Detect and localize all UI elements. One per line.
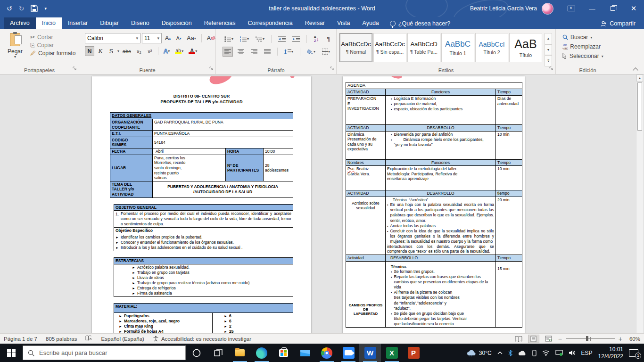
chrome-button[interactable]	[316, 344, 338, 362]
font-family-select[interactable]: Calibri▾	[85, 33, 140, 43]
close-button[interactable]: ✕	[623, 0, 644, 17]
styles-scroll-down-icon[interactable]: ▼	[545, 44, 552, 56]
zoom-in-button[interactable]: +	[619, 335, 622, 343]
agenda-table[interactable]: AGENDA ACTIVIDAD Funciones Tiempo PREPAR…	[346, 82, 522, 328]
vertical-scrollbar[interactable]: ▲	[636, 74, 643, 333]
microsoft-store-button[interactable]	[272, 344, 294, 362]
borders-button[interactable]: ▾	[320, 47, 332, 57]
multilevel-list-button[interactable]: ▾	[254, 34, 266, 44]
clipboard-dialog-launcher-icon[interactable]	[73, 64, 77, 73]
superscript-button[interactable]: x²	[145, 46, 155, 56]
language-indicator[interactable]: Español (España)	[101, 336, 144, 342]
style-table-paragraph[interactable]: AaBbCcD ¶ Table Pa...	[407, 33, 440, 62]
zoom-slider[interactable]	[566, 338, 615, 339]
clock[interactable]: 10:0112/4/2022	[595, 344, 626, 362]
tab-inicio[interactable]: Inicio	[36, 17, 62, 29]
zoom-out-button[interactable]: −	[558, 335, 562, 343]
font-color-button[interactable]: A▾	[187, 46, 199, 56]
change-case-button[interactable]: Aa▾	[185, 33, 198, 43]
cortana-button[interactable]	[186, 344, 207, 362]
font-dialog-launcher-icon[interactable]	[209, 64, 214, 73]
format-painter-button[interactable]: 🖉Copiar formato	[30, 50, 75, 57]
tab-correspondencia[interactable]: Correspondencia	[241, 17, 298, 29]
grow-font-button[interactable]: A▴	[163, 33, 173, 43]
paragraph-dialog-launcher-icon[interactable]	[330, 64, 334, 73]
underline-button[interactable]: S	[107, 46, 116, 56]
style-titulo-2[interactable]: AaBbCcI Título 2	[475, 33, 508, 62]
account-name[interactable]: Beatriz Leticia Garcia Vera	[470, 5, 537, 12]
justify-button[interactable]	[262, 47, 272, 57]
customize-quick-access-icon[interactable]: ▾	[44, 7, 47, 11]
your-phone-icon[interactable]	[529, 344, 539, 362]
zoom-level[interactable]: 60%	[626, 336, 640, 342]
clear-formatting-button[interactable]: A	[205, 33, 217, 43]
zoom-app-button[interactable]	[338, 344, 359, 362]
replace-button[interactable]: ab⤷ac Reemplazar	[562, 43, 603, 50]
powerpoint-button[interactable]: P	[403, 344, 424, 362]
styles-dialog-launcher-icon[interactable]	[549, 64, 553, 73]
minimize-button[interactable]: —	[582, 0, 603, 17]
document-canvas[interactable]: DISTRITO 08- CENTRO SUR PROPUESTA DE TAL…	[0, 74, 644, 333]
bluetooth-icon[interactable]	[505, 344, 515, 362]
material-table[interactable]: MATERIAL: ►Papelógrafos ►Marcadores, roj…	[114, 303, 293, 333]
highlight-button[interactable]: ab▾	[173, 46, 185, 56]
onedrive-icon[interactable]	[515, 344, 529, 362]
tell-me-box[interactable]: ¿Qué desea hacer?	[390, 20, 451, 29]
volume-icon[interactable]	[566, 344, 578, 362]
style-sin-espaciado[interactable]: AaBbCcDc ¶ Sin espa...	[373, 33, 406, 62]
tab-revisar[interactable]: Revisar	[299, 17, 331, 29]
ribbon-display-options-button[interactable]	[561, 0, 582, 17]
notification-center-button[interactable]: 1	[626, 344, 644, 362]
align-left-button[interactable]	[223, 47, 233, 57]
style-titulo[interactable]: AaB Título	[509, 33, 542, 62]
web-layout-icon[interactable]	[543, 335, 554, 343]
share-button[interactable]: Compartir	[592, 20, 644, 29]
redo-icon[interactable]: ↻	[19, 5, 25, 12]
file-explorer-button[interactable]	[229, 344, 251, 362]
underline-options-icon[interactable]: ▾	[117, 49, 119, 53]
read-mode-icon[interactable]	[513, 335, 524, 343]
scrollbar-thumb[interactable]	[637, 82, 642, 131]
start-button[interactable]	[0, 344, 23, 362]
accessibility-status[interactable]: Accesibilidad: es necesario investigar	[153, 336, 251, 342]
sort-button[interactable]: AZ↓	[312, 34, 321, 44]
shading-button[interactable]: ▾	[305, 47, 317, 57]
wifi-icon[interactable]	[539, 344, 553, 362]
objetivo-general-table[interactable]: OBJETIVO GENERAL 1. Fomentar el proceso …	[114, 204, 293, 252]
tab-vista[interactable]: Vista	[331, 17, 356, 29]
bold-button[interactable]: N	[85, 46, 94, 56]
weather-widget[interactable]: 30°C	[464, 344, 495, 362]
scroll-up-icon[interactable]: ▲	[636, 74, 643, 82]
font-size-select[interactable]: 11▾	[142, 33, 162, 43]
tab-referencias[interactable]: Referencias	[198, 17, 242, 29]
taskbar-search-input[interactable]: Escribe aquí para buscar	[23, 346, 186, 360]
undo-icon[interactable]: ↺	[7, 5, 12, 12]
document-page-1[interactable]: DISTRITO 08- CENTRO SUR PROPUESTA DE TAL…	[92, 76, 311, 333]
collapse-ribbon-icon[interactable]	[633, 67, 638, 73]
line-spacing-button[interactable]: ▾	[282, 47, 295, 57]
edge-button[interactable]	[251, 344, 272, 362]
print-layout-icon[interactable]	[528, 335, 539, 343]
tab-ayuda[interactable]: Ayuda	[356, 17, 385, 29]
estrategias-table[interactable]: ESTRATEGIAS ►Acróstico palabra sexualida…	[114, 257, 293, 297]
document-page-2[interactable]: AGENDA ACTIVIDAD Funciones Tiempo PREPAR…	[343, 76, 525, 333]
tray-expand-chevron-icon[interactable]	[495, 344, 505, 362]
paste-button[interactable]: Pegar ▾	[3, 32, 27, 66]
zoom-slider-thumb[interactable]	[586, 336, 588, 341]
word-count[interactable]: 805 palabras	[46, 336, 77, 342]
save-icon[interactable]	[31, 5, 38, 13]
subscript-button[interactable]: x₂	[134, 46, 144, 56]
datos-generales-table[interactable]: DATOS GENERALES ORGANIZACIÓN COOPERANTE …	[110, 112, 293, 197]
select-button[interactable]: Seleccionar▾	[562, 53, 603, 59]
page-indicator[interactable]: Página 1 de 7	[4, 336, 37, 342]
text-effects-button[interactable]: A▾	[162, 46, 172, 56]
tab-insertar[interactable]: Insertar	[62, 17, 94, 29]
find-button[interactable]: Buscar▾	[562, 34, 603, 41]
tab-archivo[interactable]: Archivo	[4, 17, 36, 29]
cast-icon[interactable]	[553, 344, 566, 362]
restore-button[interactable]	[603, 0, 623, 17]
italic-button[interactable]: K	[96, 46, 105, 56]
word-button[interactable]: W	[359, 344, 381, 362]
show-marks-button[interactable]: ¶	[324, 34, 333, 44]
numbering-button[interactable]: ▾	[238, 34, 251, 44]
